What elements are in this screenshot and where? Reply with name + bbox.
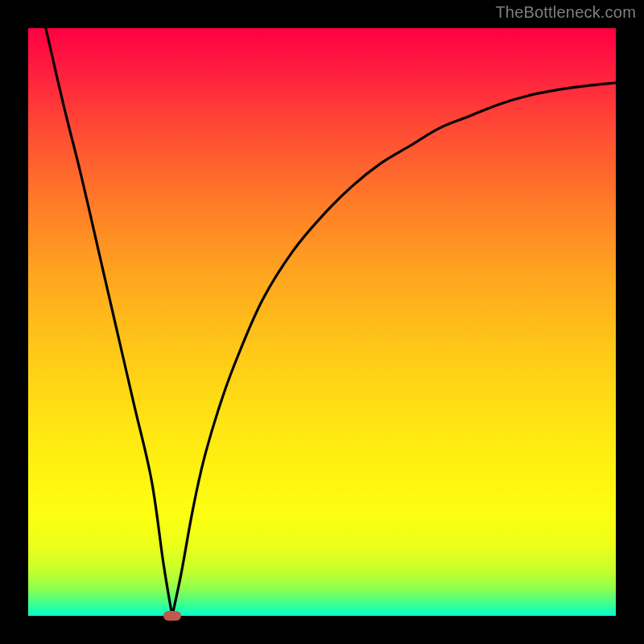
optimal-point-marker bbox=[163, 611, 181, 621]
bottleneck-curve-path bbox=[46, 28, 616, 616]
chart-frame: TheBottleneck.com bbox=[0, 0, 644, 644]
curve-svg bbox=[28, 28, 616, 616]
watermark-text: TheBottleneck.com bbox=[495, 3, 636, 22]
plot-area bbox=[28, 28, 616, 616]
